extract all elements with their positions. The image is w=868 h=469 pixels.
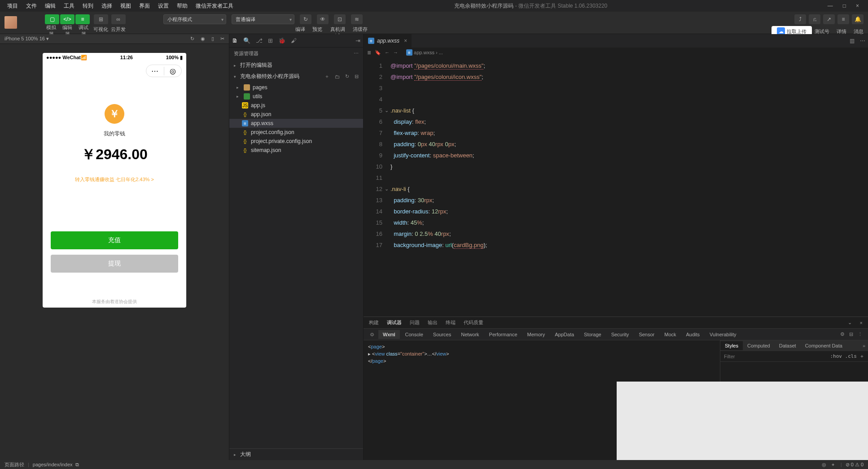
editor-toggle[interactable]: </> [60, 14, 75, 24]
devtools-more-icon[interactable]: ⋮ [858, 331, 863, 337]
dock-icon[interactable]: ⊟ [849, 331, 853, 337]
panel-close-icon[interactable]: × [860, 320, 863, 326]
tab-terminal[interactable]: 终端 [446, 319, 456, 326]
status-locate-icon[interactable]: ⌖ [832, 462, 834, 468]
close-tab-icon[interactable]: × [404, 38, 407, 44]
capsule-close-icon[interactable]: ◎ [164, 67, 182, 75]
cloud-toggle[interactable]: ∞ [111, 14, 126, 24]
user-avatar[interactable] [4, 16, 17, 29]
add-style-icon[interactable]: ＋ [859, 353, 864, 360]
outline-section[interactable]: 大纲 [229, 448, 363, 460]
ext-icon[interactable]: ⊞ [268, 37, 273, 44]
mode-select[interactable]: 小程序模式 [163, 14, 226, 24]
file-project-private[interactable]: {}project.private.config.json [229, 137, 363, 146]
collapse-tree-icon[interactable]: ⊟ [355, 74, 359, 79]
menu-wechat-devtools[interactable]: 微信开发者工具 [192, 1, 237, 11]
styletab-dataset[interactable]: Dataset [775, 341, 801, 350]
compile-select[interactable]: 普通编译 [232, 14, 294, 24]
styletab-styles[interactable]: Styles [720, 341, 743, 350]
withdraw-button[interactable]: 提现 [51, 255, 178, 273]
remote-debug-button[interactable]: ⊡ [334, 14, 346, 24]
hov-cls-button[interactable]: :hov .cls [830, 353, 857, 359]
folder-pages[interactable]: pages [229, 83, 363, 92]
file-app-wxss[interactable]: ≡app.wxss [229, 119, 363, 128]
menu-help[interactable]: 帮助 [173, 1, 191, 11]
clear-cache-button[interactable]: ≋ [351, 14, 363, 24]
gear-icon[interactable]: ⚙ [840, 331, 845, 337]
element-picker-icon[interactable]: ⯐ [367, 332, 377, 337]
minimize-button[interactable]: — [825, 3, 836, 9]
styletab-componentdata[interactable]: Component Data [801, 341, 847, 350]
devtab-network[interactable]: Network [456, 330, 483, 339]
devtab-vulnerability[interactable]: Vulnerability [705, 330, 741, 339]
nav-back-icon[interactable]: ← [385, 50, 390, 55]
new-folder-icon[interactable]: 🗀 [335, 74, 340, 79]
menu-edit[interactable]: 编辑 [41, 1, 59, 11]
menu-project[interactable]: 项目 [4, 1, 22, 11]
bookmark-icon[interactable]: 🔖 [375, 50, 381, 56]
details-button[interactable]: ≡ [837, 14, 849, 24]
sim-record-icon[interactable]: ◉ [201, 36, 205, 42]
devtab-wxml[interactable]: Wxml [378, 330, 400, 339]
capsule-button[interactable]: ⋯ ◎ [146, 65, 182, 77]
menu-settings[interactable]: 设置 [154, 1, 172, 11]
file-app-js[interactable]: JSapp.js [229, 101, 363, 110]
menu-view[interactable]: 视图 [117, 1, 135, 11]
list-icon[interactable]: ≣ [367, 50, 371, 56]
code-area[interactable]: 1 2 3 4 5 6 7 8 9 10 11 12 13 14 15 16 1… [364, 57, 868, 317]
status-target-icon[interactable]: ◎ [822, 462, 826, 468]
styles-more-icon[interactable]: » [860, 343, 868, 348]
maximize-button[interactable]: □ [840, 3, 849, 9]
page-path[interactable]: pages/index/index [33, 462, 73, 467]
project-section[interactable]: 充电余额特效小程序源码 ＋ 🗀 ↻ ⊟ [229, 71, 363, 82]
tab-app-wxss[interactable]: ≡ app.wxss × [364, 34, 412, 48]
menu-ui[interactable]: 界面 [136, 1, 153, 11]
menu-tools[interactable]: 工具 [60, 1, 78, 11]
brush-icon[interactable]: 🖌 [291, 37, 297, 44]
menu-file[interactable]: 文件 [22, 1, 40, 11]
close-button[interactable]: × [853, 3, 862, 9]
topup-button[interactable]: 充值 [51, 231, 178, 249]
explorer-more-icon[interactable]: ⋯ [354, 51, 359, 56]
file-app-json[interactable]: {}app.json [229, 110, 363, 119]
devtab-appdata[interactable]: AppData [550, 330, 579, 339]
devtab-performance[interactable]: Performance [485, 330, 522, 339]
devtab-mock[interactable]: Mock [660, 330, 680, 339]
code-content[interactable]: @import "/pages/colorui/main.wxss"; @imp… [390, 57, 487, 317]
files-icon[interactable]: 🗎 [232, 37, 238, 44]
debug-icon[interactable]: 🐞 [278, 37, 285, 44]
visual-toggle[interactable]: ⊞ [94, 14, 108, 24]
device-selector[interactable]: iPhone 5 100% 16 ▾ [4, 36, 49, 42]
styles-filter-input[interactable] [724, 354, 827, 359]
devtab-sources[interactable]: Sources [429, 330, 456, 339]
split-editor-icon[interactable]: ▥ [850, 38, 855, 44]
git-icon[interactable]: ⎇ [256, 37, 263, 44]
version-button[interactable]: ⎌ [809, 14, 820, 24]
problems-count[interactable]: ⊘ 0 ⚠ 0 [846, 462, 864, 468]
simulator-toggle[interactable]: ▢ [45, 14, 59, 24]
devtab-storage[interactable]: Storage [579, 330, 606, 339]
styletab-computed[interactable]: Computed [743, 341, 775, 350]
devtab-sensor[interactable]: Sensor [634, 330, 659, 339]
layout-icon[interactable]: ⇥ [355, 37, 360, 44]
file-sitemap[interactable]: {}sitemap.json [229, 146, 363, 155]
devtab-memory[interactable]: Memory [523, 330, 550, 339]
upload-code-button[interactable]: ⤴ [794, 14, 806, 24]
open-editors-section[interactable]: 打开的编辑器 [229, 60, 363, 71]
devtab-console[interactable]: Console [401, 330, 428, 339]
nav-fwd-icon[interactable]: → [393, 50, 398, 55]
preview-button[interactable]: 👁 [317, 14, 329, 24]
compile-button[interactable]: ↻ [300, 14, 311, 24]
tab-build[interactable]: 构建 [369, 319, 379, 326]
capsule-more-icon[interactable]: ⋯ [146, 67, 164, 75]
copy-path-icon[interactable]: ⧉ [75, 462, 79, 468]
tab-debugger[interactable]: 调试器 [387, 319, 402, 326]
editor-more-icon[interactable]: ⋯ [860, 38, 865, 44]
menu-select[interactable]: 选择 [98, 1, 116, 11]
devtab-security[interactable]: Security [607, 330, 634, 339]
devtab-audits[interactable]: Audits [682, 330, 705, 339]
tab-output[interactable]: 输出 [428, 319, 438, 326]
menu-goto[interactable]: 转到 [79, 1, 97, 11]
tab-problems[interactable]: 问题 [410, 319, 420, 326]
new-file-icon[interactable]: ＋ [324, 73, 329, 80]
